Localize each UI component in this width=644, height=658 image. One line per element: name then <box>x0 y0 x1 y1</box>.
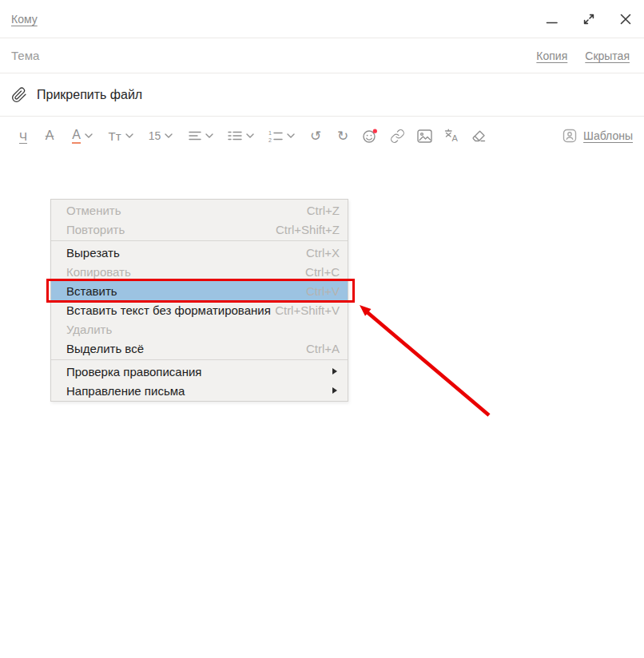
font-family-button[interactable]: Tт <box>101 123 141 149</box>
menu-item-cut[interactable]: Вырезать Ctrl+X <box>51 243 348 262</box>
bcc-link[interactable]: Скрытая <box>585 50 630 62</box>
chevron-down-icon <box>246 133 254 138</box>
align-button[interactable] <box>181 123 221 149</box>
menu-item-shortcut: Ctrl+X <box>306 246 340 260</box>
attach-file-label: Прикрепить файл <box>37 88 142 102</box>
menu-item-delete[interactable]: Удалить <box>51 319 348 339</box>
emoji-icon <box>362 129 378 144</box>
emoji-button[interactable] <box>356 123 384 149</box>
numbered-list-icon: 1 2 <box>268 130 283 142</box>
menu-separator <box>51 240 348 241</box>
menu-item-shortcut: Ctrl+Shift+Z <box>276 223 340 236</box>
menu-item-label: Удалить <box>66 323 112 336</box>
undo-icon: ↺ <box>310 129 321 143</box>
window-controls <box>545 12 633 26</box>
compose-to-row: Кому <box>0 0 644 38</box>
menu-item-label: Вставить текст без форматирования <box>66 303 271 317</box>
menu-item-undo[interactable]: Отменить Ctrl+Z <box>51 200 348 220</box>
translate-button[interactable]: A <box>438 123 465 149</box>
menu-item-shortcut: Ctrl+Z <box>307 204 340 217</box>
redo-button[interactable]: ↻ <box>329 123 356 149</box>
cc-bcc-links: Копия Скрытая <box>536 50 630 62</box>
underline-button[interactable]: Ч <box>11 123 35 149</box>
menu-item-shortcut: Ctrl+A <box>306 342 340 355</box>
menu-item-label: Копировать <box>66 265 131 279</box>
menu-item-label: Отменить <box>66 204 121 217</box>
menu-item-label: Вырезать <box>66 246 120 260</box>
chevron-down-icon <box>125 133 133 138</box>
templates-button[interactable]: Шаблоны <box>563 129 633 143</box>
text-color-button[interactable]: A <box>64 123 101 149</box>
menu-item-redo[interactable]: Повторить Ctrl+Shift+Z <box>51 220 348 239</box>
text-color-icon: A <box>72 129 81 144</box>
menu-item-shortcut: Ctrl+V <box>306 284 340 298</box>
menu-item-label: Повторить <box>66 223 125 236</box>
menu-item-select-all[interactable]: Выделить всё Ctrl+A <box>51 339 348 358</box>
menu-separator <box>51 359 348 360</box>
align-icon <box>189 130 201 141</box>
menu-item-text-direction[interactable]: Направление письма <box>51 381 348 400</box>
context-menu: Отменить Ctrl+Z Повторить Ctrl+Shift+Z В… <box>50 199 348 402</box>
compose-subject-row: Тема Копия Скрытая <box>0 38 644 73</box>
chevron-down-icon <box>287 133 295 138</box>
minimize-button[interactable] <box>545 12 559 26</box>
submenu-arrow-icon <box>332 368 337 375</box>
subject-input[interactable]: Тема <box>11 49 39 62</box>
font-family-icon: Tт <box>108 130 121 142</box>
eraser-icon <box>471 129 486 143</box>
menu-item-label: Выделить всё <box>66 342 144 355</box>
svg-text:A: A <box>451 133 458 143</box>
cc-link[interactable]: Копия <box>536 50 567 62</box>
numbered-list-button[interactable]: 1 2 <box>260 123 302 149</box>
translate-icon: A <box>444 129 459 143</box>
strikethrough-button[interactable]: A <box>35 123 64 149</box>
menu-item-paste-plain[interactable]: Вставить текст без форматирования Ctrl+S… <box>51 300 348 319</box>
paperclip-icon <box>11 87 27 103</box>
insert-image-button[interactable] <box>411 123 438 149</box>
close-button[interactable] <box>618 12 633 26</box>
clear-formatting-button[interactable] <box>465 123 492 149</box>
strikethrough-icon: A <box>46 129 54 142</box>
image-icon <box>417 129 432 143</box>
font-size-button[interactable]: 15 <box>141 123 181 149</box>
bullet-list-button[interactable] <box>221 123 260 149</box>
chevron-down-icon <box>85 133 93 138</box>
menu-item-label: Проверка правописания <box>66 365 201 379</box>
font-size-value: 15 <box>149 129 161 142</box>
chevron-down-icon <box>165 133 173 138</box>
svg-text:2: 2 <box>268 137 272 142</box>
svg-text:1: 1 <box>268 130 272 136</box>
menu-item-copy[interactable]: Копировать Ctrl+C <box>51 262 348 281</box>
to-field-label[interactable]: Кому <box>11 13 38 26</box>
expand-icon <box>582 13 595 26</box>
menu-item-shortcut: Ctrl+C <box>305 265 340 279</box>
formatting-toolbar: Ч A A Tт 15 1 2 ↺ ↻ <box>0 117 644 155</box>
menu-item-paste[interactable]: Вставить Ctrl+V <box>51 281 348 300</box>
undo-button[interactable]: ↺ <box>302 123 329 149</box>
chevron-down-icon <box>205 133 213 138</box>
underline-icon: Ч <box>19 130 27 142</box>
menu-item-spellcheck[interactable]: Проверка правописания <box>51 362 348 381</box>
menu-item-shortcut: Ctrl+Shift+V <box>275 303 340 317</box>
minimize-icon <box>546 13 559 26</box>
insert-link-button[interactable] <box>384 123 411 149</box>
menu-item-label: Направление письма <box>66 384 185 398</box>
link-icon <box>390 129 405 144</box>
expand-button[interactable] <box>582 12 596 26</box>
close-icon <box>619 13 632 26</box>
notification-dot <box>373 129 377 133</box>
templates-icon <box>563 129 577 143</box>
templates-label: Шаблоны <box>583 129 633 142</box>
attach-file-row[interactable]: Прикрепить файл <box>0 73 644 117</box>
menu-item-label: Вставить <box>66 284 117 298</box>
bullet-list-icon <box>228 130 242 141</box>
submenu-arrow-icon <box>332 387 337 394</box>
redo-icon: ↻ <box>337 129 348 143</box>
